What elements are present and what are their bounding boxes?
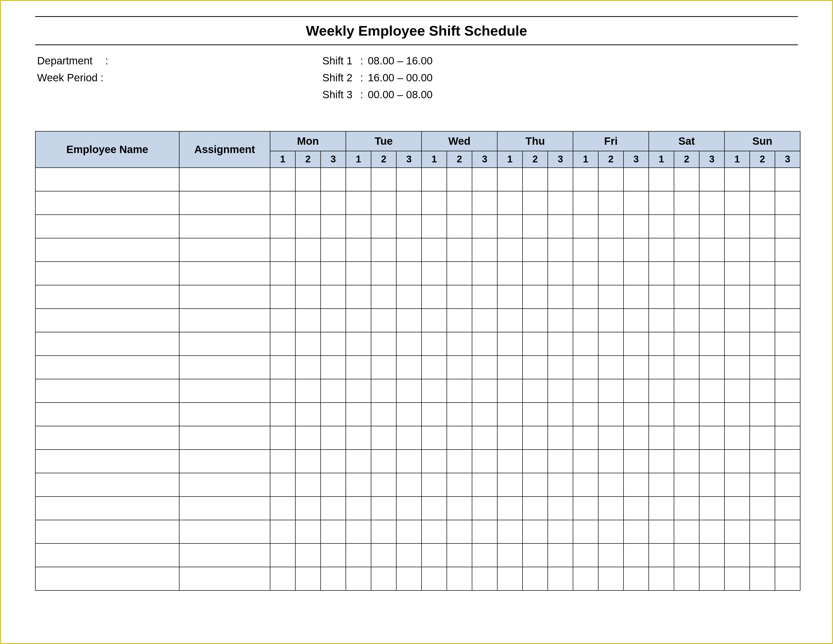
shift-cell[interactable] <box>598 285 624 309</box>
shift-cell[interactable] <box>270 449 295 473</box>
assignment-cell[interactable] <box>179 168 270 191</box>
shift-cell[interactable] <box>321 473 346 496</box>
shift-cell[interactable] <box>270 168 295 191</box>
shift-cell[interactable] <box>750 520 775 544</box>
shift-cell[interactable] <box>371 402 396 426</box>
shift-cell[interactable] <box>598 379 624 402</box>
shift-cell[interactable] <box>321 262 346 285</box>
shift-cell[interactable] <box>523 520 548 544</box>
shift-cell[interactable] <box>346 238 371 262</box>
shift-cell[interactable] <box>472 262 497 285</box>
shift-cell[interactable] <box>295 449 321 473</box>
shift-cell[interactable] <box>624 473 649 496</box>
shift-cell[interactable] <box>523 356 548 379</box>
shift-cell[interactable] <box>674 262 699 285</box>
shift-cell[interactable] <box>497 238 523 262</box>
shift-cell[interactable] <box>396 262 421 285</box>
shift-cell[interactable] <box>523 262 548 285</box>
shift-cell[interactable] <box>649 379 674 402</box>
shift-cell[interactable] <box>270 238 295 262</box>
shift-cell[interactable] <box>649 449 674 473</box>
shift-cell[interactable] <box>447 356 472 379</box>
assignment-cell[interactable] <box>179 544 270 567</box>
employee-cell[interactable] <box>35 402 179 426</box>
shift-cell[interactable] <box>270 356 295 379</box>
shift-cell[interactable] <box>548 520 573 544</box>
shift-cell[interactable] <box>523 426 548 449</box>
shift-cell[interactable] <box>321 567 346 591</box>
shift-cell[interactable] <box>699 473 724 496</box>
shift-cell[interactable] <box>346 402 371 426</box>
shift-cell[interactable] <box>371 496 396 520</box>
shift-cell[interactable] <box>573 496 598 520</box>
shift-cell[interactable] <box>775 356 800 379</box>
shift-cell[interactable] <box>674 168 699 191</box>
shift-cell[interactable] <box>775 496 800 520</box>
shift-cell[interactable] <box>497 449 523 473</box>
shift-cell[interactable] <box>775 473 800 496</box>
shift-cell[interactable] <box>573 449 598 473</box>
shift-cell[interactable] <box>497 520 523 544</box>
shift-cell[interactable] <box>472 356 497 379</box>
shift-cell[interactable] <box>699 496 724 520</box>
shift-cell[interactable] <box>624 332 649 356</box>
shift-cell[interactable] <box>775 309 800 332</box>
shift-cell[interactable] <box>472 449 497 473</box>
shift-cell[interactable] <box>346 567 371 591</box>
shift-cell[interactable] <box>523 332 548 356</box>
shift-cell[interactable] <box>270 520 295 544</box>
shift-cell[interactable] <box>598 168 624 191</box>
shift-cell[interactable] <box>523 544 548 567</box>
shift-cell[interactable] <box>472 309 497 332</box>
shift-cell[interactable] <box>674 449 699 473</box>
shift-cell[interactable] <box>371 309 396 332</box>
shift-cell[interactable] <box>497 544 523 567</box>
shift-cell[interactable] <box>270 379 295 402</box>
shift-cell[interactable] <box>346 520 371 544</box>
shift-cell[interactable] <box>447 426 472 449</box>
shift-cell[interactable] <box>523 567 548 591</box>
shift-cell[interactable] <box>371 426 396 449</box>
shift-cell[interactable] <box>624 544 649 567</box>
shift-cell[interactable] <box>346 332 371 356</box>
shift-cell[interactable] <box>724 332 750 356</box>
shift-cell[interactable] <box>598 191 624 215</box>
shift-cell[interactable] <box>295 168 321 191</box>
shift-cell[interactable] <box>396 168 421 191</box>
shift-cell[interactable] <box>674 309 699 332</box>
shift-cell[interactable] <box>674 496 699 520</box>
shift-cell[interactable] <box>270 332 295 356</box>
shift-cell[interactable] <box>624 449 649 473</box>
shift-cell[interactable] <box>548 449 573 473</box>
shift-cell[interactable] <box>396 567 421 591</box>
shift-cell[interactable] <box>649 215 674 238</box>
shift-cell[interactable] <box>421 544 447 567</box>
shift-cell[interactable] <box>598 332 624 356</box>
shift-cell[interactable] <box>624 402 649 426</box>
shift-cell[interactable] <box>321 496 346 520</box>
assignment-cell[interactable] <box>179 379 270 402</box>
shift-cell[interactable] <box>523 285 548 309</box>
shift-cell[interactable] <box>674 285 699 309</box>
shift-cell[interactable] <box>447 402 472 426</box>
shift-cell[interactable] <box>270 215 295 238</box>
shift-cell[interactable] <box>674 402 699 426</box>
shift-cell[interactable] <box>598 449 624 473</box>
shift-cell[interactable] <box>346 191 371 215</box>
shift-cell[interactable] <box>699 262 724 285</box>
shift-cell[interactable] <box>523 191 548 215</box>
employee-cell[interactable] <box>35 309 179 332</box>
assignment-cell[interactable] <box>179 285 270 309</box>
shift-cell[interactable] <box>497 379 523 402</box>
shift-cell[interactable] <box>598 473 624 496</box>
shift-cell[interactable] <box>396 473 421 496</box>
shift-cell[interactable] <box>472 544 497 567</box>
shift-cell[interactable] <box>523 473 548 496</box>
shift-cell[interactable] <box>649 238 674 262</box>
shift-cell[interactable] <box>598 426 624 449</box>
shift-cell[interactable] <box>421 402 447 426</box>
shift-cell[interactable] <box>270 567 295 591</box>
shift-cell[interactable] <box>497 285 523 309</box>
assignment-cell[interactable] <box>179 215 270 238</box>
shift-cell[interactable] <box>649 262 674 285</box>
